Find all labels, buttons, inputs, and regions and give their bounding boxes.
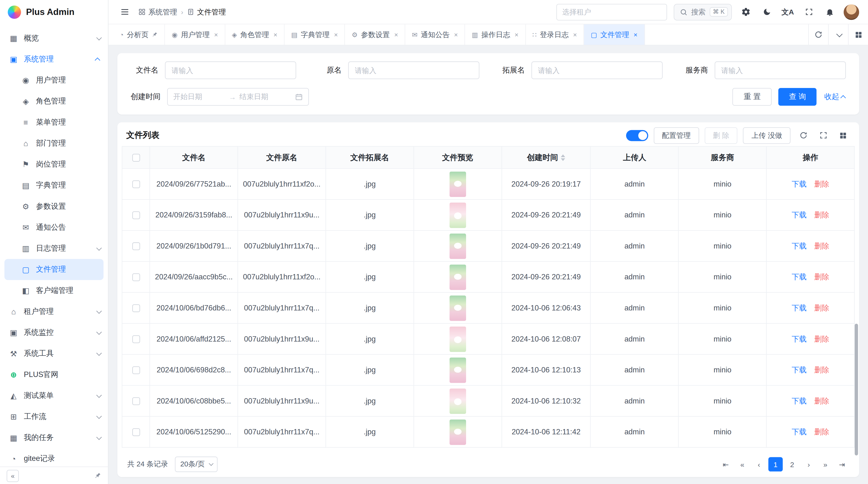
filter-field-input[interactable]: [715, 61, 846, 79]
sidebar-item-post-mgmt[interactable]: ⚑ 岗位管理: [0, 154, 108, 175]
tab-file-mgmt[interactable]: ▢ 文件管理: [584, 24, 645, 45]
file-preview-thumb[interactable]: [449, 233, 466, 259]
download-link[interactable]: 下载: [792, 272, 807, 281]
pager-first[interactable]: ⇤: [718, 457, 733, 472]
tab-login-log[interactable]: ∷ 登录日志: [526, 24, 584, 45]
tab-close-icon[interactable]: [633, 31, 638, 38]
sidebar-item-param-settings[interactable]: ⚙ 参数设置: [0, 196, 108, 217]
select-all-checkbox[interactable]: [132, 154, 140, 161]
download-link[interactable]: 下载: [792, 428, 807, 436]
download-link[interactable]: 下载: [792, 211, 807, 219]
date-end-placeholder[interactable]: 结束日期: [240, 92, 292, 102]
download-link[interactable]: 下载: [792, 396, 807, 405]
tab-close-icon[interactable]: [394, 31, 398, 38]
tab-analysis[interactable]: ◔ 分析页: [113, 24, 165, 45]
tab-close-icon[interactable]: [334, 31, 338, 38]
upload-button[interactable]: 上传 没做: [743, 127, 790, 144]
filter-field-input[interactable]: [165, 61, 296, 79]
hamburger-menu-button[interactable]: [117, 5, 132, 19]
download-link[interactable]: 下载: [792, 180, 807, 188]
sidebar-item-client-mgmt[interactable]: ◧ 客户端管理: [0, 280, 108, 301]
tab-close-icon[interactable]: [214, 31, 218, 38]
file-preview-thumb[interactable]: [449, 202, 466, 228]
file-preview-thumb[interactable]: [449, 419, 466, 445]
sidebar-item-test-menu[interactable]: ◭ 测试菜单: [0, 385, 108, 406]
date-range-picker[interactable]: 开始日期 → 结束日期: [167, 88, 309, 105]
sidebar-item-dict-mgmt[interactable]: ▤ 字典管理: [0, 175, 108, 196]
sidebar-item-system-tools[interactable]: ⚒ 系统工具: [0, 343, 108, 364]
tab-close-icon[interactable]: [454, 31, 458, 38]
settings-button[interactable]: [739, 5, 753, 19]
tab-close-icon[interactable]: [573, 31, 577, 38]
table-scrollbar[interactable]: [855, 324, 858, 455]
row-checkbox[interactable]: [132, 180, 140, 188]
pager-prev[interactable]: ‹: [752, 457, 766, 472]
tab-dict-mgmt[interactable]: ▤ 字典管理: [284, 24, 345, 45]
sidebar-item-overview[interactable]: ▦ 概览: [0, 28, 108, 49]
tab-role-mgmt[interactable]: ◈ 角色管理: [225, 24, 284, 45]
sidebar-item-menu-mgmt[interactable]: ≡ 菜单管理: [0, 112, 108, 133]
row-checkbox[interactable]: [132, 242, 140, 250]
download-link[interactable]: 下载: [792, 365, 807, 374]
search-button[interactable]: 查 询: [779, 88, 817, 105]
sidebar-item-user-mgmt[interactable]: ◉ 用户管理: [0, 70, 108, 91]
file-preview-thumb[interactable]: [449, 388, 466, 414]
file-preview-thumb[interactable]: [449, 326, 466, 352]
reset-button[interactable]: 重 置: [733, 88, 772, 105]
delete-link[interactable]: 删除: [814, 241, 829, 250]
pager-last[interactable]: ⇥: [835, 457, 849, 472]
delete-link[interactable]: 删除: [814, 272, 829, 281]
pager-next-group[interactable]: »: [818, 457, 833, 472]
delete-link[interactable]: 删除: [814, 211, 829, 219]
row-checkbox[interactable]: [132, 304, 140, 312]
pager-next[interactable]: ›: [802, 457, 816, 472]
sidebar-item-workflow[interactable]: ⊞ 工作流: [0, 406, 108, 427]
sidebar-item-file-mgmt[interactable]: ▢ 文件管理: [4, 259, 103, 280]
sidebar-pin-icon[interactable]: [94, 472, 101, 479]
filter-field-input[interactable]: [348, 61, 479, 79]
breadcrumb-parent[interactable]: 系统管理: [138, 7, 177, 17]
file-preview-thumb[interactable]: [449, 295, 466, 321]
row-checkbox[interactable]: [132, 397, 140, 405]
tenant-select[interactable]: [556, 4, 667, 20]
search-panel-toggle[interactable]: [626, 130, 648, 141]
sort-icons[interactable]: [561, 154, 565, 161]
file-preview-thumb[interactable]: [449, 357, 466, 383]
page-size-select[interactable]: 20条/页: [175, 456, 217, 472]
sidebar-item-dept-mgmt[interactable]: ⌂ 部门管理: [0, 133, 108, 154]
row-checkbox[interactable]: [132, 211, 140, 219]
collapse-filter-link[interactable]: 收起: [824, 92, 846, 102]
config-manage-button[interactable]: 配置管理: [654, 127, 699, 144]
tabbar-refresh-button[interactable]: [808, 24, 828, 45]
batch-delete-button[interactable]: 删 除: [705, 127, 738, 144]
column-settings-button[interactable]: [836, 128, 850, 143]
sidebar-item-gitee-log[interactable]: ◔ gitee记录: [0, 448, 108, 466]
tab-op-log[interactable]: ▥ 操作日志: [465, 24, 526, 45]
row-checkbox[interactable]: [132, 366, 140, 374]
user-avatar[interactable]: [844, 4, 859, 20]
tab-close-icon[interactable]: [515, 31, 518, 38]
global-search[interactable]: 搜索 ⌘ K: [674, 4, 732, 20]
sidebar-item-plus-website[interactable]: ⊕ PLUS官网: [0, 364, 108, 385]
delete-link[interactable]: 删除: [814, 428, 829, 436]
sidebar-item-tenant-mgmt[interactable]: ⌂ 租户管理: [0, 301, 108, 322]
sidebar-item-system-monitor[interactable]: ▣ 系统监控: [0, 322, 108, 343]
delete-link[interactable]: 删除: [814, 180, 829, 188]
sidebar-item-system-mgmt[interactable]: ▣ 系统管理: [0, 49, 108, 70]
tab-param-settings[interactable]: ⚙ 参数设置: [345, 24, 405, 45]
language-toggle[interactable]: 文A: [780, 5, 795, 19]
sidebar-item-notice[interactable]: ✉ 通知公告: [0, 217, 108, 238]
table-fullscreen-button[interactable]: [816, 128, 830, 143]
sidebar-item-role-mgmt[interactable]: ◈ 角色管理: [0, 91, 108, 112]
file-preview-thumb[interactable]: [449, 264, 466, 290]
tab-user-mgmt[interactable]: ◉ 用户管理: [165, 24, 225, 45]
tab-close-icon[interactable]: [273, 31, 277, 38]
sidebar-collapse-button[interactable]: [7, 470, 19, 482]
file-preview-thumb[interactable]: [449, 171, 466, 197]
row-checkbox[interactable]: [132, 335, 140, 343]
pager-prev-group[interactable]: «: [735, 457, 750, 472]
row-checkbox[interactable]: [132, 273, 140, 281]
sidebar-item-log-mgmt[interactable]: ▥ 日志管理: [0, 238, 108, 259]
date-start-placeholder[interactable]: 开始日期: [173, 92, 226, 102]
download-link[interactable]: 下载: [792, 241, 807, 250]
